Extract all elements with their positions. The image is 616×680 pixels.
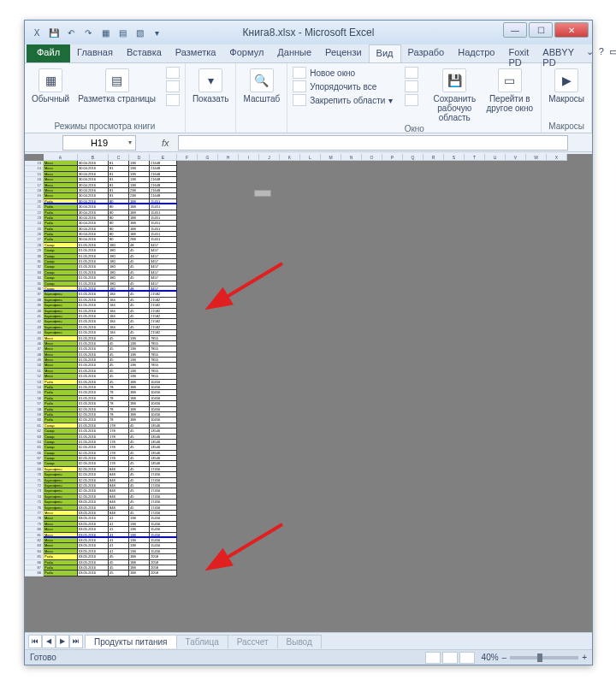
sheet-nav-first[interactable]: ⏮ bbox=[28, 635, 42, 648]
col-hdr-T[interactable]: T bbox=[465, 154, 485, 161]
col-hdr-A[interactable]: A bbox=[44, 154, 78, 161]
close-button[interactable]: ✕ bbox=[554, 22, 589, 38]
view-sm-2[interactable] bbox=[166, 80, 180, 92]
cell[interactable]: 03.05.2016 bbox=[78, 571, 109, 576]
macros-icon: ▶ bbox=[554, 68, 578, 92]
col-hdr-D[interactable]: D bbox=[129, 154, 150, 161]
zoom-plus[interactable]: + bbox=[582, 653, 587, 662]
file-tab[interactable]: Файл bbox=[27, 44, 70, 62]
col-hdr-N[interactable]: N bbox=[341, 154, 362, 161]
cells-grid[interactable]: Мясо30.04.20168113821648Мясо30.04.201681… bbox=[44, 161, 177, 577]
tab-надстро[interactable]: Надстро bbox=[451, 44, 501, 62]
ribctl-0[interactable]: ⌄ bbox=[586, 46, 594, 61]
col-hdr-U[interactable]: U bbox=[485, 154, 506, 161]
zoom-button[interactable]: 🔍 Масштаб bbox=[241, 67, 281, 105]
show-button[interactable]: ▾ Показать bbox=[191, 67, 231, 105]
view-sm-3[interactable] bbox=[166, 94, 180, 106]
sheet-nav-next[interactable]: ▶ bbox=[56, 635, 69, 648]
table-row[interactable]: Рыба03.05.2016451882058 bbox=[44, 571, 177, 576]
view-break-sm[interactable] bbox=[459, 652, 475, 664]
tab-разметка[interactable]: Разметка bbox=[169, 44, 223, 62]
col-hdr-J[interactable]: J bbox=[259, 154, 280, 161]
page-layout-label: Разметка страницы bbox=[78, 94, 156, 103]
win-sm-3[interactable] bbox=[405, 94, 418, 106]
col-hdr-W[interactable]: W bbox=[526, 154, 547, 161]
col-hdr-H[interactable]: H bbox=[218, 154, 239, 161]
save-workspace-button[interactable]: 💾 Сохранить рабочую область bbox=[430, 67, 478, 124]
cell[interactable]: 45 bbox=[109, 571, 129, 576]
row-headers[interactable]: 1314151617181920212223242526272829303132… bbox=[25, 161, 44, 577]
col-hdr-K[interactable]: K bbox=[280, 154, 300, 161]
col-hdr-X[interactable]: X bbox=[547, 154, 567, 161]
qat-btn-0[interactable]: X bbox=[30, 26, 44, 39]
col-hdr-F[interactable]: F bbox=[177, 154, 198, 161]
col-hdr-S[interactable]: S bbox=[444, 154, 465, 161]
worksheet-area[interactable]: ABCDEFGHIJKLMNOPQRSTUVWX 131415161718192… bbox=[25, 154, 592, 632]
col-hdr-V[interactable]: V bbox=[506, 154, 526, 161]
col-hdr-B[interactable]: B bbox=[78, 154, 109, 161]
tab-главная[interactable]: Главная bbox=[70, 44, 120, 62]
macros-button[interactable]: ▶ Макросы bbox=[547, 67, 586, 105]
col-hdr-G[interactable]: G bbox=[198, 154, 218, 161]
tab-abbyy pd[interactable]: ABBYY PD bbox=[536, 44, 581, 62]
page-layout-button[interactable]: ▤ Разметка страницы bbox=[76, 67, 157, 106]
view-normal-sm[interactable] bbox=[425, 652, 441, 664]
col-hdr-P[interactable]: P bbox=[382, 154, 403, 161]
arrange-all-button[interactable]: Упорядочить все bbox=[293, 80, 393, 92]
status-bar: Готово 40% – + bbox=[25, 649, 592, 665]
qat-btn-2[interactable]: ↶ bbox=[64, 26, 78, 39]
minimize-button[interactable]: — bbox=[503, 22, 527, 38]
maximize-button[interactable]: ☐ bbox=[529, 22, 553, 38]
row-hdr[interactable]: 88 bbox=[25, 571, 44, 576]
formula-input[interactable] bbox=[178, 135, 568, 151]
zoom-label: Масштаб bbox=[243, 94, 280, 103]
col-hdr-O[interactable]: O bbox=[362, 154, 382, 161]
col-hdr-E[interactable]: E bbox=[150, 154, 177, 161]
sheet-tab-3[interactable]: Вывод bbox=[277, 635, 322, 648]
col-hdr-R[interactable]: R bbox=[424, 154, 444, 161]
sheet-tab-2[interactable]: Рассчет bbox=[228, 635, 278, 648]
qat-btn-1[interactable]: 💾 bbox=[47, 26, 61, 39]
switch-window-button[interactable]: ▭ Перейти в другое окно bbox=[483, 67, 536, 124]
qat-btn-3[interactable]: ↷ bbox=[81, 26, 95, 39]
win-sm-1[interactable] bbox=[405, 67, 418, 79]
sheet-tab-1[interactable]: Таблица bbox=[176, 635, 228, 648]
freeze-panes-button[interactable]: Закрепить области ▾ bbox=[293, 94, 393, 106]
fx-icon[interactable]: fx bbox=[162, 138, 169, 148]
normal-view-button[interactable]: ▦ Обычный bbox=[30, 67, 71, 106]
view-sm-1[interactable] bbox=[166, 67, 180, 79]
zoom-minus[interactable]: – bbox=[502, 653, 507, 662]
new-window-button[interactable]: Новое окно bbox=[293, 67, 393, 79]
qat-btn-6[interactable]: ▧ bbox=[133, 26, 146, 39]
tab-рецензи[interactable]: Рецензи bbox=[318, 44, 369, 62]
col-hdr-I[interactable]: I bbox=[239, 154, 259, 161]
sheet-tab-0[interactable]: Продукты питания bbox=[85, 635, 177, 648]
qat-btn-4[interactable]: ▦ bbox=[98, 26, 112, 39]
zoom-slider[interactable] bbox=[510, 656, 578, 659]
tab-foxit pd[interactable]: Foxit PD bbox=[501, 44, 536, 62]
col-hdr-L[interactable]: L bbox=[300, 154, 321, 161]
ribctl-1[interactable]: ? bbox=[599, 46, 604, 61]
tab-вид[interactable]: Вид bbox=[369, 44, 401, 62]
col-hdr-M[interactable]: M bbox=[321, 154, 341, 161]
column-headers[interactable]: ABCDEFGHIJKLMNOPQRSTUVWX bbox=[44, 154, 567, 161]
col-hdr-Q[interactable]: Q bbox=[403, 154, 424, 161]
ribctl-2[interactable]: ▭ bbox=[609, 46, 616, 61]
tab-вставка[interactable]: Вставка bbox=[120, 44, 169, 62]
view-page-sm[interactable] bbox=[442, 652, 458, 664]
win-sm-2[interactable] bbox=[405, 80, 418, 92]
tab-формул[interactable]: Формул bbox=[222, 44, 270, 62]
col-hdr-C[interactable]: C bbox=[109, 154, 129, 161]
cell[interactable]: 188 bbox=[129, 571, 150, 576]
sheet-nav-last[interactable]: ⏭ bbox=[69, 635, 83, 648]
sheet-nav-prev[interactable]: ◀ bbox=[42, 635, 56, 648]
chevron-down-icon: ▾ bbox=[388, 96, 393, 105]
qat-btn-5[interactable]: ▤ bbox=[116, 26, 129, 39]
cell[interactable]: 2058 bbox=[150, 571, 177, 576]
qat-btn-7[interactable]: ▾ bbox=[150, 26, 163, 39]
cell[interactable]: Рыба bbox=[44, 571, 78, 576]
name-box[interactable]: H19 bbox=[62, 135, 136, 151]
tab-разрабо[interactable]: Разрабо bbox=[401, 44, 452, 62]
tab-данные[interactable]: Данные bbox=[270, 44, 318, 62]
ribbon-right-controls: ⌄?▭—☐✕ bbox=[581, 44, 616, 62]
